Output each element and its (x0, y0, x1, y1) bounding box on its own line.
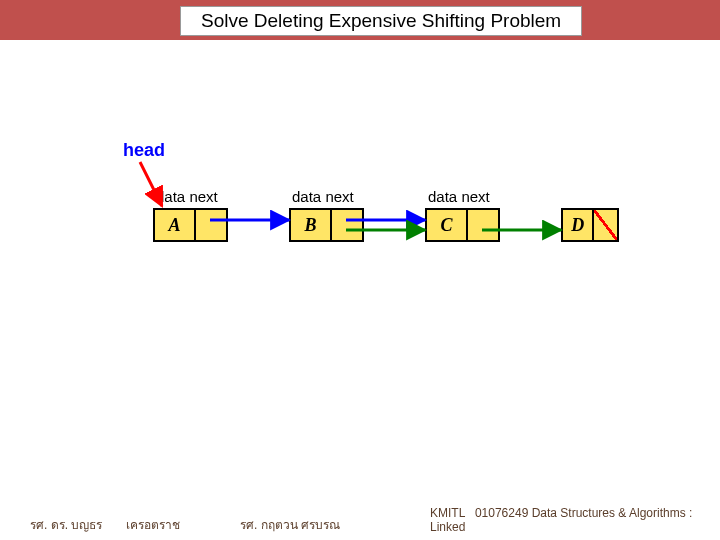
node-a: A (153, 208, 228, 242)
node-b: B (289, 208, 364, 242)
node-d: D (561, 208, 619, 242)
footer-author1: รศ. ดร. บญธร เครอตราช (30, 515, 180, 534)
node-b-data: B (291, 210, 332, 240)
node-c: C (425, 208, 500, 242)
node-d-data: D (563, 210, 594, 240)
arrows-svg (0, 40, 720, 480)
node-d-next-null (594, 210, 617, 240)
node-a-next (196, 210, 226, 240)
field-labels-a: data next (156, 188, 218, 205)
diagram-stage: head data next data next data next A B C… (0, 40, 720, 480)
head-label: head (123, 140, 165, 161)
node-b-next (332, 210, 362, 240)
footer-course: KMITL 01076249 Data Structures & Algorit… (430, 506, 720, 534)
field-labels-c: data next (428, 188, 490, 205)
slide-title: Solve Deleting Expensive Shifting Proble… (180, 6, 582, 36)
field-labels-b: data next (292, 188, 354, 205)
footer-author2: รศ. กฤตวน ศรบรณ (240, 515, 340, 534)
node-c-data: C (427, 210, 468, 240)
node-a-data: A (155, 210, 196, 240)
title-bar: Solve Deleting Expensive Shifting Proble… (0, 0, 720, 40)
node-c-next (468, 210, 498, 240)
